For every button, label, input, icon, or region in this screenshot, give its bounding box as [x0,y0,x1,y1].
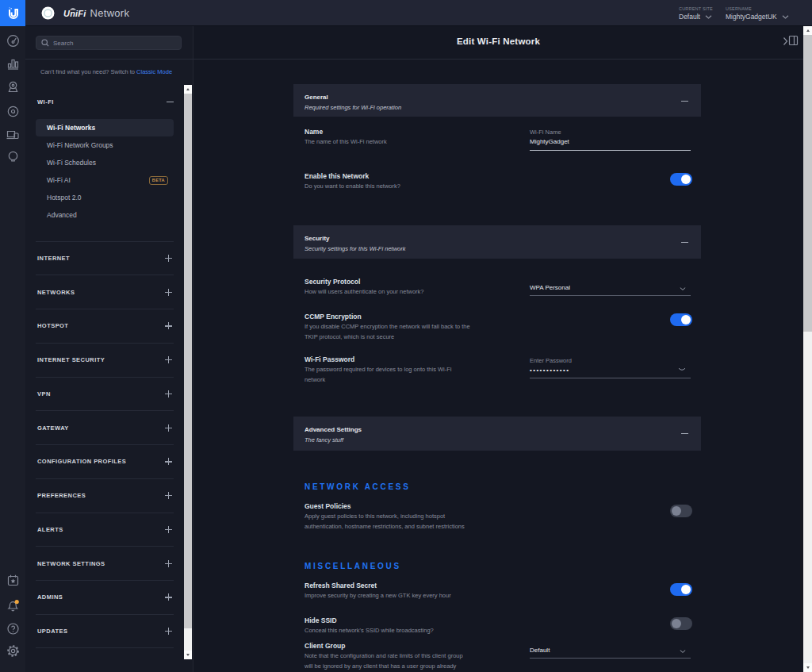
enable-network-toggle[interactable] [670,173,692,186]
nav-item-advanced[interactable]: Advanced [36,206,174,224]
nav-section-internet-security[interactable]: INTERNET SECURITY [36,343,174,377]
scroll-down-button[interactable] [184,651,192,659]
nav-section-configuration-profiles[interactable]: CONFIGURATION PROFILES [36,444,174,478]
collapse-icon [167,102,174,102]
chevron-down-icon [705,15,712,19]
help-icon[interactable] [0,618,25,639]
security-protocol-value: WPA Personal [530,283,691,296]
settings-icon[interactable] [0,640,25,661]
clients-icon[interactable] [0,124,25,144]
wifi-name-value[interactable]: MightyGadget [530,137,691,151]
page-title: Edit Wi-Fi Network [193,36,803,46]
sidebar-scrollbar[interactable] [184,85,192,659]
guest-policies-toggle[interactable] [670,505,692,517]
show-password-icon[interactable] [678,367,686,372]
row-refresh-shared-secret: Refresh Shared Secret Improve security b… [304,581,475,601]
nav-section-networks[interactable]: NETWORKS [36,275,174,309]
hide-ssid-toggle[interactable] [670,617,692,630]
nav-item-hotspot-2-0[interactable]: Hotspot 2.0 [36,189,174,206]
ccmp-encryption-toggle[interactable] [670,313,692,326]
expand-icon [165,628,172,635]
nav-section-gateway[interactable]: GATEWAY [36,410,174,444]
row-name: Name The name of this Wi-Fi network [304,127,475,147]
username-value: MightyGadgetUK [726,13,777,21]
refresh-shared-secret-toggle[interactable] [670,583,692,596]
expand-icon [165,289,172,296]
main-scrollbar-thumb[interactable] [803,35,812,332]
nav-section-hotspot[interactable]: HOTSPOT [36,309,174,343]
chevron-down-icon [680,650,686,653]
devices-icon[interactable] [0,101,25,121]
toggle-knob [681,175,691,184]
classic-mode-hint-text: Can't find what you need? Switch to [40,68,135,75]
search-input[interactable]: Search [36,36,182,50]
sidebar-scrollbar-thumb[interactable] [184,94,192,628]
chevron-down-icon [680,287,686,290]
expand-icon [165,593,172,601]
icon-graphic [6,57,20,71]
row-client-group: Client Group Note that the configuration… [304,641,467,671]
nav-section-preferences[interactable]: PREFERENCES [36,478,174,513]
miscellaneous-heading: MISCELLANEOUS [304,561,401,571]
nav-item-wifi-network-groups[interactable]: Wi-Fi Network Groups [36,136,174,154]
insights-icon[interactable] [0,146,25,167]
row-wifi-password: Wi-Fi Password The password required for… [304,355,471,385]
section-security-title: Security [304,235,690,243]
nav-section-admins[interactable]: ADMINS [36,580,174,614]
row-enable-network: Enable this Network Do you want to enabl… [304,171,475,191]
site-switcher[interactable]: CURRENT SITE Default [679,6,713,21]
nav-section-network-settings[interactable]: NETWORK SETTINGS [36,546,174,580]
classic-mode-hint: Can't find what you need? Switch to Clas… [40,68,172,75]
row-security-protocol: Security Protocol How will users authent… [304,277,475,297]
chevron-down-icon [782,15,789,19]
nav-item-wifi-schedules[interactable]: Wi-Fi Schedules [36,154,174,171]
whats-new-icon[interactable] [0,570,25,590]
client-group-select[interactable]: Default [530,646,691,659]
section-general[interactable]: General Required settings for Wi-Fi oper… [293,84,701,117]
security-protocol-select[interactable]: WPA Personal [530,283,691,296]
scroll-up-button[interactable] [184,85,192,94]
search-icon [41,39,49,47]
header-divider [25,59,803,60]
wifi-password-value[interactable]: •••••••••••• [530,366,691,378]
collapse-icon[interactable] [681,242,688,243]
wifi-password-field[interactable]: Enter Password •••••••••••• [530,357,691,378]
expand-icon [165,356,172,363]
nav-section-internet[interactable]: INTERNET [36,241,174,275]
search-placeholder: Search [53,40,73,47]
expand-icon [165,526,172,533]
nav-item-wifi-networks[interactable]: Wi-Fi Networks [36,119,174,136]
icon-graphic [6,80,20,94]
icon-graphic [6,105,20,118]
section-advanced-subtitle: The fancy stuff [304,436,690,444]
row-guest-policies: Guest Policies Apply guest policies to t… [304,501,475,532]
collapse-icon[interactable] [681,101,688,102]
icon-graphic [6,598,21,612]
current-site-value: Default [679,13,700,21]
nav-item-wifi-ai[interactable]: Wi-Fi AIBETA [36,171,174,189]
user-menu[interactable]: USERNAME MightyGadgetUK [726,6,789,21]
icon-graphic [6,34,20,48]
section-security[interactable]: Security Security settings for this Wi-F… [293,225,701,259]
icon-graphic [6,128,20,141]
notification-badge [14,600,18,604]
notifications-icon[interactable] [0,595,25,616]
nav-group-wifi[interactable]: WI-FI [37,95,174,109]
main-scrollbar[interactable] [803,26,812,672]
classic-mode-link[interactable]: Classic Mode [136,68,172,75]
expand-icon [165,390,172,397]
collapse-panel-button[interactable] [782,34,799,48]
collapse-icon[interactable] [681,433,688,434]
map-icon[interactable] [0,76,25,97]
icon-graphic [6,644,20,658]
scroll-up-button[interactable] [803,26,812,35]
section-advanced[interactable]: Advanced Settings The fancy stuff [293,417,701,451]
scroll-down-button[interactable] [803,663,812,672]
statistics-icon[interactable] [0,53,25,74]
nav-section-updates[interactable]: UPDATES [36,614,174,648]
dashboard-icon[interactable] [0,30,25,51]
wifi-name-field[interactable]: Wi-Fi Name MightyGadget [530,129,691,151]
nav-section-vpn[interactable]: VPN [36,377,174,411]
nav-section-alerts[interactable]: ALERTS [36,513,174,547]
ubiquiti-logo[interactable] [0,0,26,26]
